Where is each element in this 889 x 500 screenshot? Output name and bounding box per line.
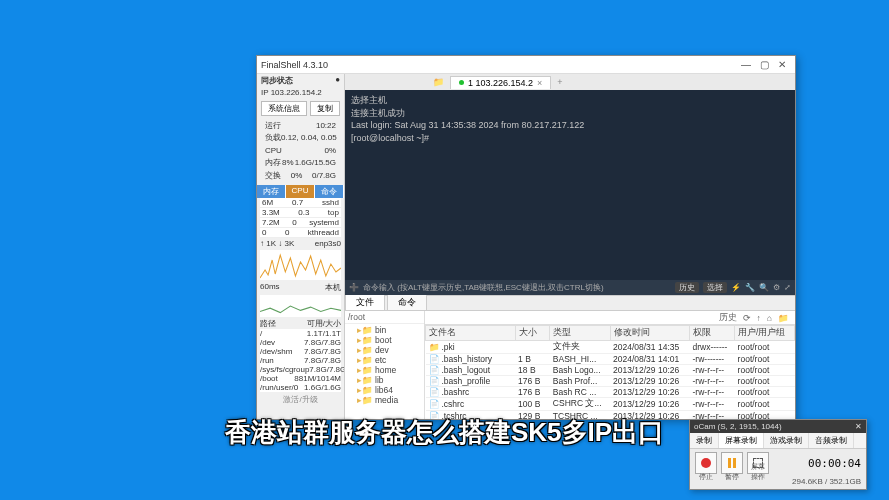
process-row[interactable]: 3.3M0.3top	[260, 208, 341, 218]
plus-icon[interactable]: ➕	[349, 282, 359, 293]
path-display[interactable]: /root	[345, 311, 424, 324]
sync-status-label: 同步状态	[261, 75, 293, 86]
disk-row: /dev7.8G/7.8G	[260, 338, 341, 347]
file-row[interactable]: 📄.cshrc100 BCSHRC 文...2013/12/29 10:26-r…	[426, 398, 795, 411]
folder-icon: ▸📁	[357, 325, 373, 335]
ocam-titlebar[interactable]: oCam (S, 2, 1915, 1044) ✕	[690, 420, 866, 433]
home-icon[interactable]: ⌂	[767, 313, 772, 323]
tab-files[interactable]: 文件	[345, 294, 385, 310]
folder-icon: 📁	[429, 342, 440, 352]
disk-row: /sys/fs/cgroup7.8G/7.8G	[260, 365, 341, 374]
terminal[interactable]: 选择主机 连接主机成功 Last login: Sat Aug 31 14:35…	[345, 90, 795, 295]
file-icon: 📄	[429, 376, 440, 386]
add-tab-button[interactable]: +	[557, 77, 562, 87]
disk-row: /run/user/01.6G/1.6G	[260, 383, 341, 392]
select-button[interactable]: 选择	[703, 282, 727, 293]
process-row[interactable]: 7.2M0systemd	[260, 218, 341, 228]
terminal-footer: ➕ 命令输入 (按ALT键显示历史,TAB键联想,ESC键退出,双击CTRL切换…	[345, 280, 795, 295]
recording-size: 294.6KB / 352.1GB	[690, 477, 866, 489]
ip-label: IP 103.226.154.2	[261, 88, 322, 97]
sync-status-dot: ●	[335, 75, 340, 86]
tree-folder[interactable]: ▸📁etc	[345, 355, 424, 365]
folder-icon: ▸📁	[357, 355, 373, 365]
folder-icon: ▸📁	[357, 395, 373, 405]
refresh-icon[interactable]: ⟳	[743, 313, 751, 323]
search-icon[interactable]: 🔍	[759, 282, 769, 293]
tab-commands[interactable]: 命令	[387, 294, 427, 310]
folder-icon: ▸📁	[357, 365, 373, 375]
status-dot-icon	[459, 80, 464, 85]
finalshell-window: FinalShell 4.3.10 — ▢ ✕ 同步状态● IP 103.226…	[256, 55, 796, 420]
folder-icon: ▸📁	[357, 375, 373, 385]
history-link[interactable]: 历史	[719, 312, 737, 324]
bottom-tabs: 文件 命令	[345, 295, 795, 311]
network-chart	[260, 250, 341, 280]
tree-folder[interactable]: ▸📁lib64	[345, 385, 424, 395]
tool-icon[interactable]: 🔧	[745, 282, 755, 293]
folder-icon: ▸📁	[357, 385, 373, 395]
file-row[interactable]: 📄.bashrc176 BBash RC ...2013/12/29 10:26…	[426, 387, 795, 398]
process-sort-tabs[interactable]: 内存 CPU 命令	[257, 185, 344, 198]
sysinfo-button[interactable]: 系统信息	[261, 101, 307, 116]
file-row[interactable]: 📄.bash_logout18 BBash Logo...2013/12/29 …	[426, 365, 795, 376]
ocam-tabs: 录制 屏幕录制 游戏录制 音频录制	[690, 433, 866, 449]
file-icon: 📄	[429, 399, 440, 409]
up-icon[interactable]: ↑	[757, 313, 761, 323]
disk-row: /boot881M/1014M	[260, 374, 341, 383]
file-row[interactable]: 📄.bash_history1 BBASH_HI...2024/08/31 14…	[426, 354, 795, 365]
ocam-window[interactable]: oCam (S, 2, 1915, 1044) ✕ 录制 屏幕录制 游戏录制 音…	[689, 419, 867, 490]
lightning-icon[interactable]: ⚡	[731, 282, 741, 293]
latency-chart	[260, 295, 341, 317]
folder-icon[interactable]: 📁	[433, 77, 444, 87]
folder-icon: ▸📁	[357, 335, 373, 345]
file-row[interactable]: 📄.tcshrc129 BTCSHRC ...2013/12/29 10:26-…	[426, 411, 795, 420]
file-icon: 📄	[429, 365, 440, 375]
connection-tab[interactable]: 1 103.226.154.2 ×	[450, 76, 551, 89]
sidebar: 同步状态● IP 103.226.154.2 系统信息 复制 运行10:22 负…	[257, 74, 345, 419]
connection-tabs: 📁 1 103.226.154.2 × +	[345, 74, 795, 90]
tree-folder[interactable]: ▸📁home	[345, 365, 424, 375]
tree-folder[interactable]: ▸📁bin	[345, 325, 424, 335]
file-icon: 📄	[429, 387, 440, 397]
upgrade-link[interactable]: 激活/升级	[257, 392, 344, 407]
process-row[interactable]: 6M0.7sshd	[260, 198, 341, 208]
minimize-button[interactable]: —	[737, 59, 755, 70]
recording-time: 00:00:04	[773, 457, 861, 470]
tab-close-icon[interactable]: ×	[537, 78, 542, 88]
folder-tree: ▸📁bin▸📁boot▸📁dev▸📁etc▸📁home▸📁lib▸📁lib64▸…	[345, 324, 424, 406]
file-toolbar: 历史 ⟳ ↑ ⌂ 📁	[425, 311, 795, 325]
tree-folder[interactable]: ▸📁boot	[345, 335, 424, 345]
process-list: 6M0.7sshd3.3M0.3top7.2M0systemd00kthread…	[257, 198, 344, 238]
titlebar[interactable]: FinalShell 4.3.10 — ▢ ✕	[257, 56, 795, 74]
copy-button[interactable]: 复制	[310, 101, 340, 116]
disk-row: /dev/shm7.8G/7.8G	[260, 347, 341, 356]
tree-folder[interactable]: ▸📁lib	[345, 375, 424, 385]
file-icon: 📄	[429, 411, 440, 419]
close-button[interactable]: ✕	[773, 59, 791, 70]
tree-folder[interactable]: ▸📁media	[345, 395, 424, 405]
disk-row: /1.1T/1.1T	[260, 329, 341, 338]
ocam-close-icon[interactable]: ✕	[855, 422, 862, 431]
file-row[interactable]: 📁.pki文件夹2024/08/31 14:35drwx------root/r…	[426, 341, 795, 354]
folder-icon: ▸📁	[357, 345, 373, 355]
process-row[interactable]: 00kthreadd	[260, 228, 341, 238]
new-folder-icon[interactable]: 📁	[778, 313, 789, 323]
file-row[interactable]: 📄.bash_profile176 BBash Prof...2013/12/2…	[426, 376, 795, 387]
pause-button[interactable]: 暂停	[721, 452, 743, 474]
file-table: 文件名 大小 类型 修改时间 权限 用户/用户组 📁.pki文件夹2024/08…	[425, 325, 795, 419]
tree-folder[interactable]: ▸📁dev	[345, 345, 424, 355]
disk-row: /run7.8G/7.8G	[260, 356, 341, 365]
crop-button[interactable]: 屏幕操作	[747, 452, 769, 474]
file-icon: 📄	[429, 354, 440, 364]
maximize-button[interactable]: ▢	[755, 59, 773, 70]
stop-button[interactable]: 停止	[695, 452, 717, 474]
history-button[interactable]: 历史	[675, 282, 699, 293]
expand-icon[interactable]: ⤢	[784, 282, 791, 293]
app-title: FinalShell 4.3.10	[261, 60, 737, 70]
file-browser: /root ▸📁bin▸📁boot▸📁dev▸📁etc▸📁home▸📁lib▸📁…	[345, 311, 795, 419]
gear-icon[interactable]: ⚙	[773, 282, 780, 293]
